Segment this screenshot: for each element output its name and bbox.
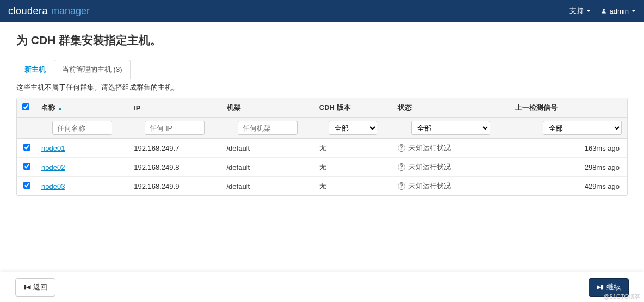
cell-rack: /default bbox=[221, 177, 314, 196]
question-icon: ? bbox=[398, 182, 405, 190]
brand-cloudera: cloudera bbox=[8, 5, 48, 17]
select-all-checkbox[interactable] bbox=[22, 103, 29, 110]
cell-ip: 192.168.249.8 bbox=[128, 158, 221, 177]
host-link[interactable]: node02 bbox=[41, 163, 65, 171]
col-status[interactable]: 状态 bbox=[392, 98, 510, 118]
question-icon: ? bbox=[398, 163, 405, 171]
navbar: cloudera manager 支持 admin bbox=[0, 0, 644, 22]
col-cdh[interactable]: CDH 版本 bbox=[314, 98, 392, 118]
filter-cdh-select[interactable]: 全部 bbox=[329, 121, 377, 135]
cell-last: 298ms ago bbox=[510, 158, 627, 177]
filter-last-select[interactable]: 全部 bbox=[543, 121, 622, 135]
cell-ip: 192.168.249.7 bbox=[128, 139, 221, 158]
row-checkbox[interactable] bbox=[23, 144, 30, 151]
filter-status-select[interactable]: 全部 bbox=[411, 121, 490, 135]
cell-status: ?未知运行状况 bbox=[398, 181, 504, 191]
content: 为 CDH 群集安装指定主机。 新主机 当前管理的主机 (3) 这些主机不属于任… bbox=[0, 22, 644, 239]
table-row: node03 192.168.249.9 /default 无 ?未知运行状况 … bbox=[17, 177, 627, 196]
svg-point-0 bbox=[603, 9, 605, 11]
col-name[interactable]: 名称▲ bbox=[36, 98, 128, 118]
cell-last: 429ms ago bbox=[510, 177, 627, 196]
filter-ip-input[interactable] bbox=[145, 121, 205, 135]
nav-right: 支持 admin bbox=[569, 6, 636, 16]
caret-down-icon bbox=[631, 10, 636, 12]
filter-name-input[interactable] bbox=[52, 121, 112, 135]
caret-down-icon bbox=[586, 10, 591, 12]
table-filter-row: 全部 全部 全部 bbox=[17, 118, 627, 139]
row-checkbox[interactable] bbox=[23, 163, 30, 170]
help-text: 这些主机不属于任何群集。请选择组成群集的主机。 bbox=[16, 83, 628, 93]
tab-current-hosts[interactable]: 当前管理的主机 (3) bbox=[54, 60, 131, 79]
question-icon: ? bbox=[398, 144, 405, 152]
user-menu[interactable]: admin bbox=[600, 7, 636, 15]
col-last[interactable]: 上一检测信号 bbox=[510, 98, 627, 118]
sort-asc-icon: ▲ bbox=[58, 106, 63, 111]
col-ip[interactable]: IP bbox=[128, 98, 221, 118]
table-row: node02 192.168.249.8 /default 无 ?未知运行状况 … bbox=[17, 158, 627, 177]
cell-status: ?未知运行状况 bbox=[398, 162, 504, 172]
cell-status: ?未知运行状况 bbox=[398, 143, 504, 153]
cell-last: 163ms ago bbox=[510, 139, 627, 158]
user-icon bbox=[600, 8, 607, 14]
support-label: 支持 bbox=[569, 6, 584, 16]
hosts-table: 名称▲ IP 机架 CDH 版本 状态 上一检测信号 全部 全部 全部 bbox=[16, 98, 628, 196]
table-row: node01 192.168.249.7 /default 无 ?未知运行状况 … bbox=[17, 139, 627, 158]
filter-rack-input[interactable] bbox=[238, 121, 298, 135]
host-link[interactable]: node03 bbox=[41, 182, 65, 190]
cell-cdh: 无 bbox=[314, 139, 392, 158]
host-link[interactable]: node01 bbox=[41, 144, 65, 152]
row-checkbox[interactable] bbox=[23, 182, 30, 189]
cell-cdh: 无 bbox=[314, 177, 392, 196]
col-rack[interactable]: 机架 bbox=[221, 98, 314, 118]
support-menu[interactable]: 支持 bbox=[569, 6, 591, 16]
cell-ip: 192.168.249.9 bbox=[128, 177, 221, 196]
brand-manager: manager bbox=[51, 5, 90, 17]
table-header-row: 名称▲ IP 机架 CDH 版本 状态 上一检测信号 bbox=[17, 98, 627, 118]
brand[interactable]: cloudera manager bbox=[8, 5, 90, 17]
tabs: 新主机 当前管理的主机 (3) bbox=[16, 60, 628, 79]
tab-new-hosts[interactable]: 新主机 bbox=[16, 60, 54, 79]
cell-cdh: 无 bbox=[314, 158, 392, 177]
cell-rack: /default bbox=[221, 139, 314, 158]
page-title: 为 CDH 群集安装指定主机。 bbox=[16, 33, 628, 48]
cell-rack: /default bbox=[221, 158, 314, 177]
user-label: admin bbox=[610, 7, 629, 15]
